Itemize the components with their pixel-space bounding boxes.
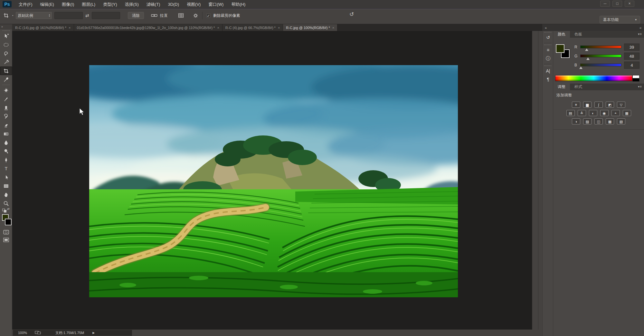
strip-grip[interactable]: [544, 65, 551, 66]
history-brush-tool[interactable]: [0, 112, 12, 121]
color-balance-icon[interactable]: ≜: [578, 110, 586, 116]
document-tab[interactable]: R-C (4).jpg @ 66.7%(RGB/8#) * ×: [223, 24, 283, 31]
eyedropper-tool[interactable]: [0, 75, 12, 84]
type-tool[interactable]: T: [0, 164, 12, 173]
red-slider-thumb[interactable]: [585, 48, 588, 51]
document-tab-active[interactable]: R-C.jpg @ 100%(RGB/8#) * ×: [283, 24, 337, 31]
crop-options-gear-icon[interactable]: [193, 13, 198, 18]
character-icon[interactable]: A|: [543, 67, 554, 75]
lasso-tool[interactable]: [0, 49, 12, 58]
clone-stamp-tool[interactable]: [0, 103, 12, 112]
color-lookup-icon[interactable]: ▦: [623, 110, 631, 116]
collapse-panels-icon[interactable]: »: [639, 26, 641, 30]
document-tab[interactable]: 01d19c57766e2a0000018c1bede42b.jpg@1280w…: [74, 24, 223, 31]
panel-menu-icon[interactable]: ▾≡: [638, 85, 642, 88]
exposure-icon[interactable]: ◩: [606, 102, 614, 108]
vertical-scrollbar[interactable]: [532, 31, 542, 330]
panel-menu-icon[interactable]: ▾≡: [638, 32, 642, 36]
menu-image[interactable]: 图像(I): [58, 0, 78, 9]
menu-view[interactable]: 视图(V): [183, 0, 204, 9]
reset-icon[interactable]: ↺: [349, 11, 354, 18]
green-value-field[interactable]: 48: [624, 53, 639, 60]
properties-icon[interactable]: ≡: [543, 46, 554, 54]
white-swatch[interactable]: [632, 75, 639, 78]
menu-edit[interactable]: 编辑(E): [36, 0, 58, 9]
maximize-button[interactable]: □: [612, 1, 622, 7]
vibrance-icon[interactable]: ▽: [617, 102, 625, 108]
crop-height-field[interactable]: [92, 12, 120, 19]
background-color-swatch[interactable]: [5, 219, 12, 225]
strip-grip[interactable]: [544, 44, 551, 45]
menu-type[interactable]: 类型(Y): [99, 0, 121, 9]
color-spectrum-ramp[interactable]: [555, 75, 632, 81]
quick-selection-tool[interactable]: [0, 58, 12, 66]
close-button[interactable]: ×: [625, 1, 634, 7]
brightness-contrast-icon[interactable]: ☀: [572, 102, 580, 108]
channel-mixer-icon[interactable]: ◓: [611, 110, 620, 116]
tools-grip[interactable]: [3, 30, 10, 31]
photo-filter-icon[interactable]: ◉: [600, 110, 609, 116]
posterize-icon[interactable]: ▨: [583, 118, 592, 124]
tab-color[interactable]: 颜色: [553, 31, 570, 38]
swap-colors-icon[interactable]: ⇄: [0, 208, 12, 212]
screen-mode-button[interactable]: [0, 236, 12, 244]
foreground-color-swatch[interactable]: [556, 44, 564, 53]
hand-tool[interactable]: [0, 190, 12, 199]
workspace-switcher-button[interactable]: 基本功能 ▾: [600, 16, 640, 24]
document-tab[interactable]: R-C (14).jpg @ 161%(RGB/8#) * ×: [12, 24, 74, 31]
green-slider[interactable]: [580, 54, 621, 57]
black-white-icon[interactable]: ◐: [589, 110, 597, 116]
expand-panels-icon[interactable]: «: [545, 26, 547, 30]
blue-slider[interactable]: [580, 64, 621, 66]
menu-filter[interactable]: 滤镜(T): [143, 0, 164, 9]
levels-icon[interactable]: ▆: [583, 102, 592, 108]
zoom-tool[interactable]: [0, 199, 12, 208]
quick-mask-button[interactable]: [0, 228, 12, 236]
pen-tool[interactable]: [0, 155, 12, 164]
blue-slider-thumb[interactable]: [579, 66, 582, 69]
spot-healing-brush-tool[interactable]: [0, 86, 12, 94]
crop-tool[interactable]: [0, 66, 12, 75]
tab-swatches[interactable]: 色板: [570, 31, 587, 38]
crop-tool-icon[interactable]: [3, 13, 9, 18]
threshold-icon[interactable]: ◫: [594, 118, 603, 124]
invert-icon[interactable]: ◑: [572, 118, 580, 124]
paragraph-icon[interactable]: ¶: [543, 75, 554, 84]
straighten-label[interactable]: 拉直: [160, 13, 168, 18]
brush-tool[interactable]: [0, 94, 12, 103]
tab-close-icon[interactable]: ×: [69, 26, 71, 30]
menu-help[interactable]: 帮助(H): [227, 0, 249, 9]
menu-window[interactable]: 窗口(W): [204, 0, 227, 9]
tab-close-icon[interactable]: ×: [332, 26, 334, 30]
tab-close-icon[interactable]: ×: [217, 26, 219, 30]
tool-preset-caret-icon[interactable]: ▾: [12, 15, 13, 16]
minimize-button[interactable]: ─: [600, 1, 610, 7]
dodge-tool[interactable]: [0, 147, 12, 155]
strip-grip[interactable]: [544, 32, 551, 33]
red-slider[interactable]: [580, 45, 621, 48]
selective-color-icon[interactable]: ▧: [617, 118, 625, 124]
curves-icon[interactable]: ∫: [594, 102, 603, 108]
move-tool[interactable]: [0, 32, 12, 40]
eraser-tool[interactable]: [0, 121, 12, 129]
info-icon[interactable]: ⓘ: [543, 54, 554, 63]
straighten-icon[interactable]: [151, 13, 157, 18]
crop-width-field[interactable]: [54, 12, 83, 19]
red-value-field[interactable]: 39: [624, 44, 639, 51]
menu-layer[interactable]: 图层(L): [78, 0, 99, 9]
tab-styles[interactable]: 样式: [570, 84, 587, 90]
tools-collapse-icon[interactable]: »: [0, 24, 12, 29]
tab-close-icon[interactable]: ×: [278, 26, 280, 30]
delete-cropped-pixels-checkbox[interactable]: ✓: [206, 14, 211, 18]
crop-overlay-grid-icon[interactable]: [178, 13, 184, 18]
menu-select[interactable]: 选择(S): [121, 0, 142, 9]
status-expand-icon[interactable]: ▶: [92, 331, 95, 334]
tab-adjustments[interactable]: 调整: [553, 84, 570, 90]
rectangle-tool[interactable]: [0, 182, 12, 190]
gradient-tool[interactable]: [0, 129, 12, 138]
zoom-level-field[interactable]: 100%: [18, 331, 33, 335]
menu-file[interactable]: 文件(F): [15, 0, 36, 9]
swap-dimensions-icon[interactable]: ⇄: [85, 13, 89, 18]
marquee-tool[interactable]: [0, 40, 12, 49]
hue-saturation-icon[interactable]: ▤: [566, 110, 575, 116]
